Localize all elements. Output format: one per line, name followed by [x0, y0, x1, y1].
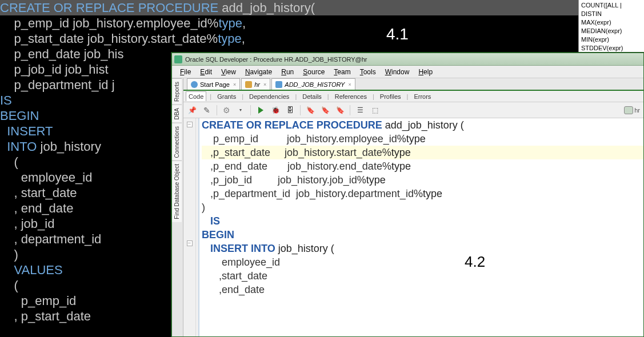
subtab-profiles[interactable]: Profiles: [378, 93, 403, 100]
fold-toggle[interactable]: −: [187, 240, 193, 246]
close-icon[interactable]: ×: [263, 82, 266, 87]
gear-icon[interactable]: [222, 106, 231, 115]
tab-label: hr: [254, 81, 260, 88]
fold-toggle[interactable]: −: [187, 122, 193, 127]
app-icon: [174, 55, 182, 63]
close-icon[interactable]: ×: [348, 82, 351, 87]
editor-sub-tabs: CodeGrantsDependenciesDetailsReferencesP…: [183, 91, 643, 102]
snippet-item[interactable]: MAX(expr): [581, 18, 642, 27]
tab-start page[interactable]: Start Page×: [187, 78, 240, 90]
db-icon: [624, 106, 633, 114]
gutter[interactable]: −−: [183, 118, 196, 336]
tab-icon: [245, 81, 252, 88]
snippet-item[interactable]: COUNT([ALL | DISTIN: [581, 1, 642, 18]
code-text[interactable]: CREATE OR REPLACE PROCEDURE add_job_hist…: [199, 118, 643, 336]
tab-hr[interactable]: hr×: [241, 78, 270, 90]
menu-bar: FileEditViewNavigateRunSourceTeamToolsWi…: [172, 66, 643, 78]
menu-run[interactable]: Run: [277, 68, 298, 76]
menu-file[interactable]: File: [175, 68, 195, 76]
side-tab-find database object[interactable]: Find Database Object: [172, 161, 182, 222]
sql-developer-window: Oracle SQL Developer : Procedure HR.ADD_…: [171, 53, 644, 337]
close-icon[interactable]: ×: [233, 82, 236, 87]
run-button[interactable]: [255, 105, 266, 115]
subtab-grants[interactable]: Grants: [215, 93, 238, 100]
snippet-item[interactable]: MEDIAN(expr): [581, 27, 642, 35]
subtab-code[interactable]: Code: [186, 91, 206, 101]
window-title: Oracle SQL Developer : Procedure HR.ADD_…: [185, 56, 367, 63]
document-tabs: Start Page×hr×ADD_JOB_HISTORY×: [183, 78, 643, 91]
sidebar: ReportsDBAConnectionsFind Database Objec…: [172, 78, 183, 336]
menu-help[interactable]: Help: [414, 68, 437, 76]
version-label-4-1: 4.1: [386, 26, 409, 42]
tab-icon: [191, 81, 198, 88]
subtab-dependencies[interactable]: Dependencies: [247, 93, 291, 100]
compile-icon[interactable]: [285, 105, 295, 115]
list-icon[interactable]: [355, 105, 365, 115]
menu-tools[interactable]: Tools: [355, 68, 381, 76]
content-area: Start Page×hr×ADD_JOB_HISTORY× CodeGrant…: [183, 78, 643, 336]
title-bar[interactable]: Oracle SQL Developer : Procedure HR.ADD_…: [172, 53, 643, 66]
menu-window[interactable]: Window: [381, 68, 414, 76]
menu-team[interactable]: Team: [329, 68, 355, 76]
tab-add_job_history[interactable]: ADD_JOB_HISTORY×: [271, 78, 355, 90]
subtab-details[interactable]: Details: [300, 93, 324, 100]
subtab-errors[interactable]: Errors: [411, 93, 433, 100]
side-tab-connections[interactable]: Connections: [172, 123, 182, 161]
debug-icon[interactable]: [270, 105, 281, 115]
menu-view[interactable]: View: [217, 68, 241, 76]
tab-label: Start Page: [200, 81, 230, 88]
menu-edit[interactable]: Edit: [195, 68, 217, 76]
select-icon[interactable]: [370, 105, 380, 115]
side-tab-reports[interactable]: Reports: [172, 78, 182, 105]
version-label-4-2: 4.2: [465, 253, 485, 271]
bookmark-next-icon[interactable]: [320, 105, 330, 115]
pin-icon[interactable]: [187, 105, 197, 115]
side-tab-dba[interactable]: DBA: [172, 105, 182, 123]
dropdown-icon[interactable]: [235, 105, 246, 115]
snippet-panel: COUNT([ALL | DISTINMAX(expr)MEDIAN(expr)…: [578, 0, 644, 53]
bookmark-icon[interactable]: [305, 105, 315, 115]
tab-icon: [275, 81, 282, 88]
snippet-item[interactable]: MIN(expr): [581, 35, 642, 44]
editor-toolbar: hr: [183, 102, 643, 118]
connection-selector[interactable]: hr: [624, 106, 640, 114]
bookmark-prev-icon[interactable]: [335, 105, 345, 115]
menu-navigate[interactable]: Navigate: [241, 68, 277, 76]
menu-source[interactable]: Source: [298, 68, 329, 76]
play-icon: [258, 107, 263, 114]
snippet-item[interactable]: STDDEV(expr): [581, 44, 642, 53]
subtab-references[interactable]: References: [333, 93, 369, 100]
edit-icon[interactable]: [202, 105, 212, 115]
tab-label: ADD_JOB_HISTORY: [285, 81, 345, 88]
code-editor[interactable]: −− CREATE OR REPLACE PROCEDURE add_job_h…: [183, 118, 643, 336]
